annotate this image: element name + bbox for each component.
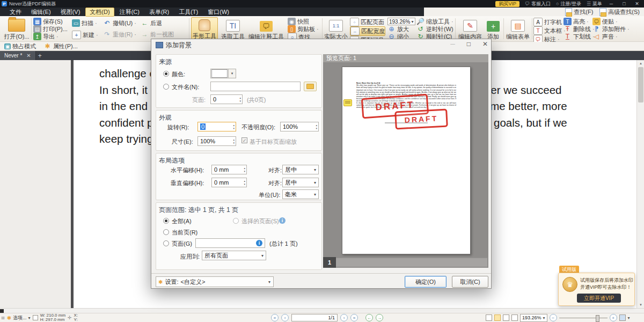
single-page-layout-icon[interactable]: [486, 314, 492, 321]
menu-edit[interactable]: 编辑(E): [27, 8, 55, 17]
color-dropdown-button[interactable]: ▾: [229, 69, 236, 78]
support-button[interactable]: 🗩客服入口: [525, 1, 551, 8]
color-radio[interactable]: [163, 71, 169, 77]
zoom-slider-thumb[interactable]: [596, 315, 599, 322]
new-tab-button[interactable]: +: [36, 52, 44, 60]
pages-radio[interactable]: [163, 240, 169, 246]
pages-total-label: (总计 1 页): [269, 240, 298, 248]
trial-panel: ♛ 试用版保存后将添加水印 开通VIP即可去除水印！ 立即开通VIP: [558, 273, 635, 306]
panel-view-icon[interactable]: [619, 314, 626, 321]
preview-header: 预览页面: 1: [323, 54, 488, 62]
buy-vip-button[interactable]: 购买VIP: [495, 1, 519, 7]
filename-radio[interactable]: [163, 84, 169, 90]
settings-combo[interactable]: ✱ 设置: <自定义>: [156, 276, 274, 287]
options-gear-icon: ✱: [7, 314, 11, 321]
options-button[interactable]: ✱选项...▾: [7, 314, 31, 321]
two-page-layout-icon[interactable]: [503, 314, 509, 321]
exclusive-mode-button[interactable]: ▣独占模式: [4, 43, 36, 50]
menu-view[interactable]: 视图(V): [56, 8, 85, 17]
preview-area: Never, Never Give Up 永不言弃 We often hear …: [323, 62, 488, 257]
ok-button[interactable]: 确定(O): [405, 276, 447, 288]
document-tab-label: Never *: [4, 53, 22, 58]
continuous-layout-icon[interactable]: [511, 314, 518, 321]
unit-label: 单位(U):: [259, 191, 280, 199]
dialog-icon: [156, 42, 163, 48]
last-page-button[interactable]: »: [350, 314, 358, 321]
page-number-field[interactable]: 1/1: [291, 314, 338, 321]
vertical-scrollbar[interactable]: ▲ ▼: [636, 60, 644, 308]
login-button[interactable]: ○注册/登录: [556, 1, 581, 8]
next-view-nav-button[interactable]: →: [376, 314, 383, 321]
options-label: 选项...: [13, 314, 27, 321]
previous-view-nav-button[interactable]: ←: [365, 314, 373, 321]
rotate-spinner[interactable]: 0: [197, 122, 236, 131]
align-select[interactable]: 居中: [282, 165, 319, 174]
horizontal-scrollbar[interactable]: [0, 308, 644, 313]
scroll-up-icon[interactable]: ▲: [638, 60, 644, 67]
settings-label: 设置:: [165, 278, 178, 286]
scrollbar-thumb[interactable]: [638, 67, 643, 103]
menu-tools[interactable]: 工具(T): [174, 8, 202, 17]
size-spinner[interactable]: 100%: [197, 136, 236, 146]
advanced-find-button[interactable]: 高级查找(S): [599, 8, 640, 16]
source-header: 来源: [156, 55, 321, 67]
dialog-titlebar[interactable]: 添加背景: [151, 39, 491, 51]
all-pages-radio[interactable]: [163, 218, 169, 224]
statusbar-zoom-combo[interactable]: 193.26%▾: [520, 314, 547, 322]
scale-checkbox[interactable]: ✓: [241, 137, 247, 143]
v-offset-spinner[interactable]: 0 mm: [211, 178, 247, 187]
advanced-find-icon: [599, 8, 606, 16]
menu-form[interactable]: 表单(R): [145, 8, 173, 17]
menu-comment[interactable]: 注释(C): [115, 8, 144, 17]
dialog-title: 添加背景: [166, 41, 192, 50]
apply-to-select[interactable]: 所有页面: [202, 251, 266, 260]
dialog-maximize-icon[interactable]: □: [467, 40, 471, 48]
previous-page-button[interactable]: ‹: [281, 314, 289, 321]
appearance-header: 外观: [156, 111, 321, 122]
tab-close-icon[interactable]: ✕: [26, 53, 31, 58]
dialog-close-icon[interactable]: ✕: [482, 40, 488, 48]
filename-input[interactable]: [210, 82, 301, 91]
source-page-spinner[interactable]: 0: [210, 94, 243, 104]
maximize-button[interactable]: □: [620, 1, 628, 6]
next-page-button[interactable]: ›: [340, 314, 348, 321]
fit-width-layout-icon[interactable]: [494, 314, 501, 321]
close-button[interactable]: ✕: [633, 1, 641, 6]
zoom-in-slider-button[interactable]: +: [610, 314, 617, 321]
document-tab[interactable]: Never * ✕: [0, 51, 36, 60]
current-page-radio[interactable]: [163, 229, 169, 235]
menu-window[interactable]: 窗口(W): [203, 8, 233, 17]
preview-page-number[interactable]: 1: [323, 257, 336, 268]
cancel-button[interactable]: 取消(C): [452, 276, 488, 288]
browse-button[interactable]: [304, 82, 317, 91]
opacity-value: 100%: [283, 123, 298, 130]
align2-select[interactable]: 居中: [282, 178, 319, 187]
horizontal-scrollbar-thumb[interactable]: [0, 309, 4, 313]
chevron-down-icon: ▾: [628, 316, 630, 320]
properties-button[interactable]: ✱属性(P)...: [43, 42, 78, 50]
main-menu-button[interactable]: ☰菜单: [587, 1, 602, 8]
h-offset-spinner[interactable]: 0 mm: [211, 165, 247, 174]
find-button[interactable]: 查找(F): [565, 8, 593, 16]
pages-input[interactable]: [195, 238, 265, 248]
v-offset-value: 0 mm: [214, 179, 229, 186]
menu-file[interactable]: 文件: [5, 8, 26, 17]
dialog-minimize-icon: ─: [450, 40, 455, 48]
minimize-button[interactable]: ─: [608, 1, 615, 6]
scroll-down-icon[interactable]: ▼: [638, 302, 644, 308]
size-label: 尺寸(E):: [172, 138, 193, 146]
settings-gear-icon: ✱: [158, 279, 163, 285]
opacity-spinner[interactable]: 100%: [280, 122, 319, 131]
grid-icon[interactable]: ⊞: [1, 316, 5, 320]
zoom-out-slider-button[interactable]: −: [550, 314, 557, 321]
draft-stamp-text: DRAFT: [404, 114, 438, 124]
advanced-find-label: 高级查找(S): [608, 9, 640, 16]
menu-document[interactable]: 文档(D): [85, 8, 114, 17]
app-logo-icon: P: [2, 1, 7, 6]
unit-select[interactable]: 毫米: [282, 189, 319, 199]
zoom-slider[interactable]: [559, 318, 608, 318]
first-page-button[interactable]: «: [271, 314, 279, 321]
color-swatch[interactable]: [210, 69, 229, 78]
chevron-down-icon: ▾: [28, 314, 31, 321]
open-vip-button[interactable]: 立即开通VIP: [577, 294, 621, 303]
